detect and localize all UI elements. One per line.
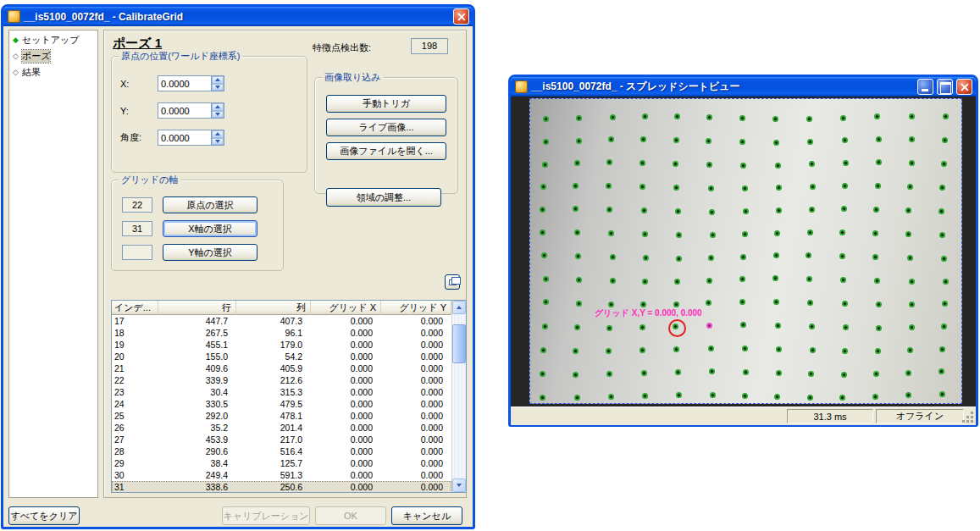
table-cell: 20 xyxy=(112,351,158,362)
table-row[interactable]: 24330.5479.50.0000.000 xyxy=(112,398,451,410)
spin-up-button[interactable] xyxy=(212,76,224,84)
table-scrollbar[interactable] xyxy=(451,301,466,492)
table-row[interactable]: 2635.2201.40.0000.000 xyxy=(112,422,451,434)
column-header-4[interactable]: グリッド Y xyxy=(381,301,451,315)
table-cell: 0.000 xyxy=(381,363,451,373)
y-axis-select-button[interactable]: Y軸の選択 xyxy=(163,244,257,261)
table-cell: 0.000 xyxy=(381,340,451,350)
arrow-up-icon xyxy=(215,78,220,81)
table-row[interactable]: 28290.6516.40.0000.000 xyxy=(112,445,451,457)
numeric-input-angle[interactable] xyxy=(158,130,212,146)
grid-dot xyxy=(542,162,548,168)
table-popout-button[interactable] xyxy=(445,274,460,290)
column-header-3[interactable]: グリッド X xyxy=(311,301,381,315)
table-cell: 0.000 xyxy=(311,387,381,397)
numeric-input-y[interactable] xyxy=(158,102,212,119)
table-cell: 0.000 xyxy=(311,399,381,409)
table-row[interactable]: 2330.4315.30.0000.000 xyxy=(112,386,451,398)
calibrate-window-titlebar[interactable]: __is5100_0072fd_ - CalibrateGrid xyxy=(3,7,473,26)
dot-grid xyxy=(530,99,961,403)
table-row[interactable]: 22339.9212.60.0000.000 xyxy=(112,374,451,386)
grid-dot xyxy=(938,368,944,374)
grid-dot xyxy=(540,395,545,401)
maximize-button[interactable] xyxy=(937,79,953,95)
table-cell: 0.000 xyxy=(381,411,451,421)
table-row[interactable]: 19455.1179.00.0000.000 xyxy=(112,339,451,351)
grid-dot xyxy=(639,184,645,190)
numeric-input-x[interactable] xyxy=(158,75,212,91)
live-image-button[interactable]: ライブ画像... xyxy=(326,119,446,136)
table-cell: 479.5 xyxy=(236,399,311,409)
grid-dot xyxy=(641,207,647,213)
table-row[interactable]: 21409.6405.90.0000.000 xyxy=(112,362,451,374)
grid-dot xyxy=(939,232,945,238)
origin-select-button[interactable]: 原点の選択 xyxy=(163,196,257,213)
spin-down-button[interactable] xyxy=(212,111,224,119)
spin-down-button[interactable] xyxy=(212,84,224,91)
table-cell: 30 xyxy=(112,470,158,480)
grid-dot xyxy=(808,371,814,377)
grid-dot xyxy=(573,348,579,354)
grid-dot xyxy=(543,299,549,305)
grid-dot xyxy=(540,184,546,190)
grid-dot xyxy=(673,137,679,143)
spin-down-button[interactable] xyxy=(212,138,224,146)
close-button[interactable] xyxy=(956,79,972,95)
field-label: Y: xyxy=(120,106,158,116)
clear-all-button[interactable]: すべてをクリア xyxy=(8,506,80,525)
scroll-up-button[interactable] xyxy=(452,301,466,314)
minimize-button[interactable] xyxy=(917,79,933,95)
table-row[interactable]: 2938.4125.70.0000.000 xyxy=(112,457,451,469)
table-row[interactable]: 18267.596.10.0000.000 xyxy=(112,327,451,339)
diamond-icon: ◇ xyxy=(13,69,19,76)
resize-grip-icon[interactable] xyxy=(964,413,976,425)
table-row[interactable]: 25292.0478.10.0000.000 xyxy=(112,410,451,422)
scrollbar-thumb[interactable] xyxy=(452,324,466,363)
table-cell: 23 xyxy=(112,387,158,397)
table-row[interactable]: 17447.7407.30.0000.000 xyxy=(112,315,451,327)
grid-dot xyxy=(708,185,714,191)
calibrate-grid-window: __is5100_0072fd_ - CalibrateGrid ◆セットアップ… xyxy=(1,4,475,529)
manual-trigger-button[interactable]: 手動トリガ xyxy=(326,95,446,113)
table-cell: 0.000 xyxy=(311,351,381,362)
grid-dot xyxy=(938,208,944,214)
grid-dot xyxy=(807,300,813,306)
view-window-titlebar[interactable]: __is5100_0072fd_ - スプレッドシートビュー xyxy=(511,77,976,97)
table-cell: 338.6 xyxy=(158,482,236,492)
x-axis-select-button[interactable]: X軸の選択 xyxy=(163,220,257,237)
table-row[interactable]: 20155.054.20.0000.000 xyxy=(112,351,451,362)
nav-item-result[interactable]: ◇結果 xyxy=(9,64,97,80)
table-cell: 453.9 xyxy=(158,434,236,445)
region-adjust-button[interactable]: 領域の調整... xyxy=(326,188,441,207)
table-row[interactable]: 31338.6250.60.0000.000 xyxy=(112,481,451,492)
scroll-down-button[interactable] xyxy=(452,478,466,492)
nav-item-pose[interactable]: ◇ポーズ xyxy=(9,48,97,64)
grid-dot xyxy=(905,370,911,376)
column-header-1[interactable]: 行 xyxy=(158,301,236,315)
open-image-file-button[interactable]: 画像ファイルを開く... xyxy=(326,142,446,160)
camera-image[interactable]: グリッド X,Y = 0.000, 0.000 xyxy=(529,98,962,404)
grid-dot xyxy=(706,114,712,120)
spin-up-button[interactable] xyxy=(212,130,224,138)
grid-dot xyxy=(806,98,811,99)
grid-dot xyxy=(540,371,545,377)
table-row[interactable]: 27453.9217.00.0000.000 xyxy=(112,434,451,445)
column-header-0[interactable]: インデ... xyxy=(112,301,158,315)
arrow-up-icon xyxy=(215,132,220,136)
diamond-icon: ◇ xyxy=(13,53,19,60)
view-window-body: グリッド X,Y = 0.000, 0.000 31.3 ms オフライン xyxy=(511,97,976,424)
status-bar: 31.3 ms オフライン xyxy=(511,407,976,425)
column-header-2[interactable]: 列 xyxy=(236,301,311,315)
grid-dot xyxy=(941,324,947,329)
scrollbar-track[interactable] xyxy=(452,314,466,478)
table-cell: 155.0 xyxy=(158,351,236,362)
cancel-button[interactable]: キャンセル xyxy=(391,506,462,525)
grid-dot xyxy=(543,116,549,122)
table-cell: 478.1 xyxy=(236,411,311,421)
grid-dot xyxy=(775,163,781,169)
table-row[interactable]: 30249.4591.30.0000.000 xyxy=(112,469,451,481)
grid-dot xyxy=(674,279,680,285)
spin-up-button[interactable] xyxy=(212,103,224,111)
close-button[interactable] xyxy=(453,8,469,25)
nav-item-setup[interactable]: ◆セットアップ xyxy=(9,32,97,48)
